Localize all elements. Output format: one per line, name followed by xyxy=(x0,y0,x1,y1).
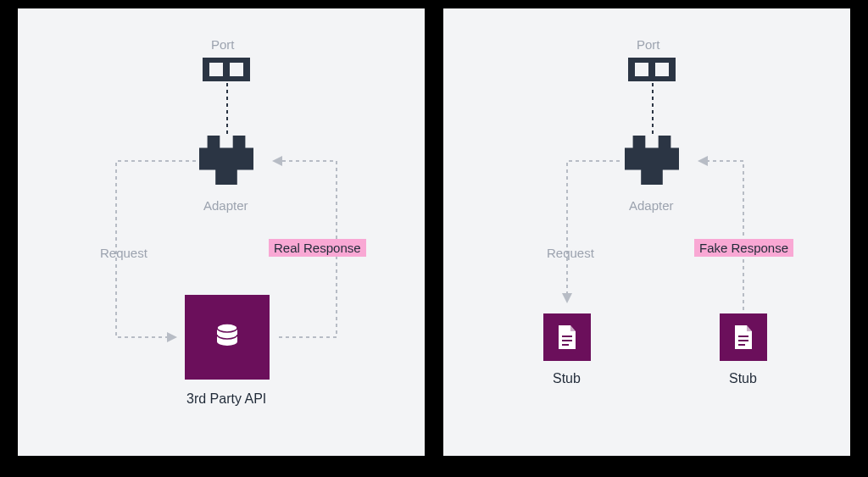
panel-real-api: Port Adapter Request R xyxy=(18,8,425,456)
port-label: Port xyxy=(211,37,235,52)
database-icon xyxy=(214,323,241,352)
connector-port-adapter xyxy=(226,83,228,134)
document-icon xyxy=(557,325,577,349)
api-box xyxy=(185,295,270,380)
adapter-icon xyxy=(625,136,679,185)
panel-stubs: Port Adapter Request Fake R xyxy=(443,8,850,456)
svg-rect-6 xyxy=(562,344,569,346)
port-icon xyxy=(628,58,676,81)
request-label: Request xyxy=(100,246,147,260)
stub-box-2 xyxy=(720,313,767,361)
svg-rect-7 xyxy=(738,336,748,337)
adapter-icon xyxy=(199,136,253,185)
arrow-response xyxy=(687,158,755,314)
stub-box-1 xyxy=(543,313,591,361)
stub-label-2: Stub xyxy=(729,371,757,386)
svg-rect-9 xyxy=(738,344,745,346)
request-label: Request xyxy=(547,246,594,260)
document-icon xyxy=(733,325,754,349)
response-highlight: Real Response xyxy=(269,239,366,257)
api-label: 3rd Party API xyxy=(186,391,266,407)
svg-rect-8 xyxy=(738,340,748,341)
port-label: Port xyxy=(637,37,660,52)
adapter-label: Adapter xyxy=(203,198,248,213)
response-highlight: Fake Response xyxy=(694,239,793,257)
port-icon xyxy=(203,58,250,81)
adapter-label: Adapter xyxy=(629,198,674,213)
svg-rect-5 xyxy=(562,340,572,341)
diagram-canvas: Port Adapter Request R xyxy=(8,8,860,469)
connector-port-adapter xyxy=(652,83,654,134)
arrow-request xyxy=(562,159,630,312)
stub-label-1: Stub xyxy=(553,371,581,386)
svg-rect-4 xyxy=(562,336,572,337)
